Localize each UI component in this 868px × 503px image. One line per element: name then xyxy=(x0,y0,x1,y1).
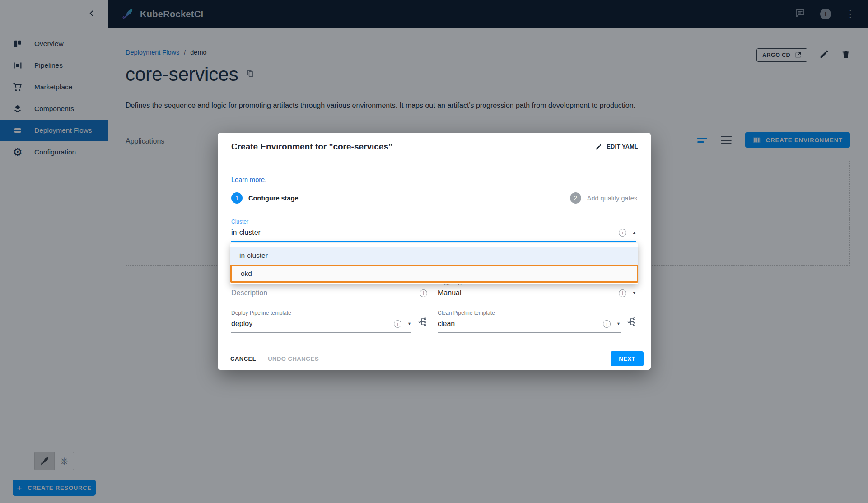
cancel-button[interactable]: CANCEL xyxy=(230,355,256,362)
learn-more-link[interactable]: Learn more. xyxy=(231,176,266,183)
form-row-3: Deploy Pipeline template deploy ▼ Clean xyxy=(231,310,636,333)
stepper-connector xyxy=(303,198,565,198)
dialog-header: Create Environment for "core-services" E… xyxy=(231,142,638,152)
option-label: okd xyxy=(241,270,252,278)
app-window: Overview Pipelines Marketplace Component… xyxy=(0,0,868,503)
info-icon[interactable] xyxy=(603,320,611,328)
clean-template-select[interactable]: Clean Pipeline template clean ▼ xyxy=(438,310,621,333)
step-1-label: Configure stage xyxy=(248,195,298,202)
chevron-down-icon[interactable]: ▼ xyxy=(407,322,411,326)
next-button[interactable]: NEXT xyxy=(611,351,644,366)
deploy-template-value: deploy xyxy=(231,320,252,328)
stepper: 1 Configure stage 2 Add quality gates xyxy=(231,192,637,204)
edit-yaml-label: EDIT YAML xyxy=(607,144,638,150)
step-1-circle: 1 xyxy=(231,192,243,204)
undo-changes-button[interactable]: UNDO CHANGES xyxy=(268,355,319,362)
cluster-select[interactable]: Cluster in-cluster ▲ xyxy=(231,219,636,242)
create-environment-dialog: Create Environment for "core-services" E… xyxy=(218,133,651,370)
view-pipeline-diagram-button[interactable] xyxy=(418,317,427,328)
view-pipeline-diagram-button[interactable] xyxy=(627,317,636,328)
info-icon[interactable] xyxy=(619,289,626,297)
pipeline-tree-icon xyxy=(627,317,636,326)
info-icon[interactable] xyxy=(619,229,626,237)
dropdown-option-okd[interactable]: okd xyxy=(230,265,638,283)
info-icon[interactable] xyxy=(420,289,427,297)
clean-template-col: Clean Pipeline template clean ▼ xyxy=(438,310,636,333)
cluster-dropdown-menu: in-cluster okd xyxy=(230,243,638,284)
chevron-down-icon[interactable]: ▼ xyxy=(616,322,621,326)
deploy-template-col: Deploy Pipeline template deploy ▼ xyxy=(231,310,427,333)
cluster-label: Cluster xyxy=(231,219,636,225)
description-placeholder: Description xyxy=(231,289,267,297)
dropdown-option-in-cluster[interactable]: in-cluster xyxy=(230,247,638,265)
step-2-circle: 2 xyxy=(570,192,581,204)
clean-template-value: clean xyxy=(438,320,455,328)
option-label: in-cluster xyxy=(239,252,268,260)
chevron-down-icon[interactable]: ▼ xyxy=(632,291,636,295)
pipeline-tree-icon xyxy=(418,317,427,326)
edit-yaml-button[interactable]: EDIT YAML xyxy=(595,144,638,150)
pencil-icon xyxy=(595,144,602,150)
cluster-value: in-cluster xyxy=(231,228,261,237)
dialog-footer: CANCEL UNDO CHANGES NEXT xyxy=(230,351,644,366)
dialog-title: Create Environment for "core-services" xyxy=(231,142,392,152)
info-icon[interactable] xyxy=(394,320,401,328)
chevron-up-icon[interactable]: ▲ xyxy=(632,231,636,235)
step-2-label: Add quality gates xyxy=(587,195,637,202)
deploy-template-select[interactable]: Deploy Pipeline template deploy ▼ xyxy=(231,310,411,333)
trigger-type-value: Manual xyxy=(438,289,461,297)
deploy-template-label: Deploy Pipeline template xyxy=(231,310,411,316)
clean-template-label: Clean Pipeline template xyxy=(438,310,621,316)
